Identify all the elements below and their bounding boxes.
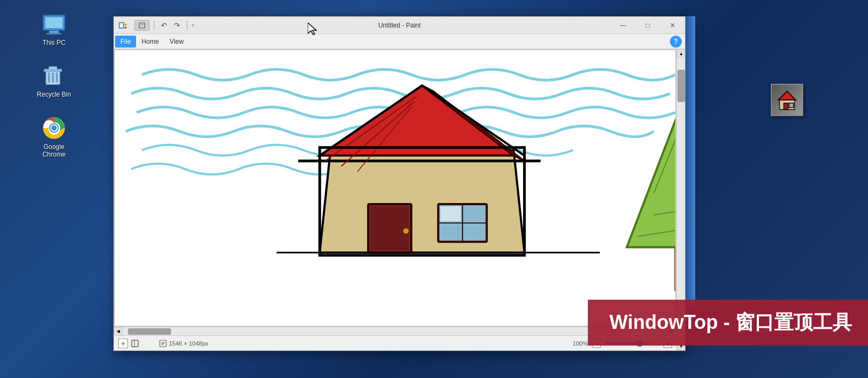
menu-file[interactable]: File: [115, 36, 136, 48]
this-pc-icon: [41, 11, 67, 37]
svg-rect-6: [52, 73, 54, 83]
undo-button[interactable]: ↶: [159, 20, 169, 31]
svg-rect-3: [46, 33, 62, 35]
svg-rect-16: [124, 24, 127, 25]
windowtop-banner-text: WindowTop - 窗口置顶工具: [609, 309, 852, 336]
scroll-thumb-v[interactable]: [677, 70, 685, 102]
svg-rect-19: [140, 23, 144, 25]
paint-logo-icon: [118, 21, 128, 30]
desktop-icon-recycle-bin[interactable]: Recycle Bin: [32, 63, 76, 98]
scroll-track-h[interactable]: [123, 327, 668, 335]
quick-access-toolbar: [134, 20, 150, 31]
svg-rect-9: [49, 67, 57, 70]
desktop-icon-this-pc[interactable]: This PC: [32, 11, 76, 46]
add-canvas-button[interactable]: +: [118, 339, 128, 348]
menu-view[interactable]: View: [164, 36, 189, 48]
menu-home[interactable]: Home: [136, 36, 164, 48]
svg-rect-45: [132, 340, 138, 347]
quick-access-more[interactable]: ▾: [192, 22, 194, 28]
recycle-bin-icon: [41, 63, 67, 89]
desktop-icon-google-chrome[interactable]: Google Chrome: [32, 115, 76, 159]
window-controls: — □ ✕: [611, 17, 685, 34]
svg-point-33: [403, 228, 409, 234]
title-bar-left: ↶ ↷ ▾: [118, 20, 194, 31]
maximize-button[interactable]: □: [635, 17, 660, 34]
scroll-thumb-h[interactable]: [128, 328, 171, 335]
minimize-button[interactable]: —: [611, 17, 635, 34]
canvas-area[interactable]: [115, 50, 675, 326]
drawing-svg: [115, 50, 675, 326]
redo-button[interactable]: ↷: [172, 20, 182, 31]
dimensions-text: 1546 × 1048px: [169, 340, 208, 347]
status-bar-left: +: [118, 339, 140, 348]
svg-rect-20: [140, 26, 144, 28]
scroll-up-arrow[interactable]: ▲: [677, 49, 685, 58]
separator: [154, 21, 154, 30]
blue-bar: [686, 16, 695, 308]
svg-rect-15: [120, 23, 123, 28]
desktop: This PC Recycle Bin: [0, 0, 868, 378]
scroll-left-arrow[interactable]: ◀: [114, 327, 123, 336]
title-bar: ↶ ↷ ▾ Untitled - Paint — □ ✕: [114, 17, 685, 34]
svg-rect-2: [49, 31, 59, 33]
resize-button[interactable]: [130, 339, 140, 348]
svg-rect-1: [45, 17, 63, 28]
svg-rect-7: [56, 73, 58, 83]
window-title: Untitled - Paint: [378, 22, 421, 29]
desktop-icons: This PC Recycle Bin: [32, 11, 76, 159]
chrome-icon: [41, 115, 67, 141]
svg-marker-22: [320, 150, 524, 253]
svg-rect-54: [789, 103, 794, 107]
svg-rect-5: [48, 73, 50, 83]
svg-rect-37: [440, 206, 461, 221]
svg-rect-32: [370, 206, 409, 251]
zoom-level: 100%: [573, 340, 588, 347]
this-pc-label: This PC: [43, 39, 66, 46]
svg-point-17: [125, 26, 127, 29]
google-chrome-label: Google Chrome: [32, 143, 76, 159]
save-quick-btn[interactable]: [134, 20, 150, 31]
menu-bar: File Home View ?: [114, 34, 685, 49]
close-button[interactable]: ✕: [660, 17, 685, 34]
menu-help-button[interactable]: ?: [670, 36, 682, 48]
svg-point-13: [51, 125, 57, 131]
windowtop-banner: WindowTop - 窗口置顶工具: [588, 300, 868, 346]
svg-marker-52: [778, 91, 796, 100]
svg-rect-53: [784, 103, 788, 110]
windowtop-widget[interactable]: [771, 84, 803, 116]
recycle-bin-label: Recycle Bin: [37, 91, 71, 98]
canvas-dimensions: 1546 × 1048px: [159, 340, 208, 347]
separator2: [187, 21, 187, 30]
